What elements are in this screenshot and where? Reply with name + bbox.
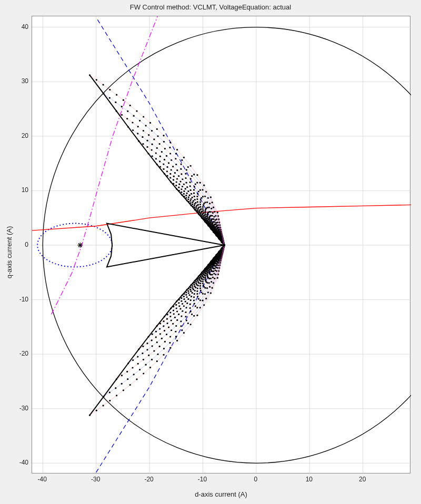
- svg-point-972: [199, 307, 201, 308]
- svg-point-996: [176, 149, 178, 150]
- svg-point-894: [175, 325, 177, 327]
- svg-point-662: [199, 204, 201, 205]
- svg-point-817: [159, 328, 161, 330]
- svg-point-774: [169, 316, 171, 317]
- svg-point-876: [161, 151, 163, 153]
- svg-point-847: [202, 293, 204, 295]
- svg-point-729: [185, 300, 186, 302]
- svg-point-786: [197, 193, 198, 195]
- svg-point-666: [189, 195, 191, 196]
- svg-point-920: [143, 130, 144, 132]
- svg-point-629: [181, 191, 182, 193]
- svg-point-882: [132, 129, 134, 131]
- svg-point-934: [181, 325, 182, 327]
- svg-point-857: [159, 333, 161, 335]
- svg-point-908: [207, 197, 209, 199]
- svg-point-641: [202, 280, 204, 282]
- svg-point-776: [163, 320, 164, 322]
- svg-point-685: [194, 290, 196, 291]
- svg-point-1025: [123, 389, 124, 391]
- svg-point-606: [189, 289, 191, 290]
- svg-point-1001: [143, 116, 144, 117]
- svg-point-871: [185, 173, 186, 175]
- svg-point-703: [199, 201, 201, 203]
- svg-point-688: [186, 296, 187, 298]
- figure: FW Control method: VCLMT, VoltageEquatio…: [0, 0, 421, 504]
- svg-point-983: [133, 374, 135, 375]
- svg-point-754: [166, 170, 168, 172]
- plot-svg: [32, 16, 410, 473]
- svg-point-733: [173, 309, 174, 311]
- svg-point-976: [175, 336, 177, 337]
- svg-point-914: [175, 158, 176, 159]
- svg-point-1008: [96, 79, 97, 80]
- ytick-label: 30: [22, 77, 28, 85]
- svg-point-645: [193, 289, 194, 290]
- svg-point-1000: [149, 122, 151, 124]
- svg-point-889: [199, 299, 201, 301]
- svg-point-818: [155, 331, 157, 332]
- svg-point-887: [209, 286, 210, 288]
- svg-point-713: [169, 177, 171, 178]
- svg-point-481: [198, 277, 200, 278]
- svg-point-785: [201, 197, 202, 199]
- svg-point-704: [196, 198, 198, 200]
- svg-point-945: [121, 375, 123, 376]
- svg-point-899: [152, 345, 153, 347]
- svg-point-999: [156, 128, 158, 130]
- svg-point-916: [164, 148, 166, 149]
- svg-point-578: [204, 212, 206, 214]
- svg-point-584: [192, 201, 193, 203]
- svg-point-665: [192, 197, 193, 198]
- ytick-label: 0: [25, 241, 28, 248]
- svg-point-831: [181, 173, 182, 175]
- svg-point-973: [193, 315, 195, 317]
- ytick-label: 10: [22, 186, 28, 194]
- svg-point-923: [126, 118, 128, 119]
- svg-point-744: [200, 199, 202, 200]
- svg-point-956: [169, 147, 171, 148]
- svg-point-642: [199, 283, 201, 284]
- svg-point-502: [195, 208, 197, 209]
- svg-point-783: [208, 207, 210, 208]
- svg-point-1029: [96, 410, 97, 411]
- svg-point-816: [163, 325, 164, 327]
- svg-point-874: [171, 159, 172, 161]
- svg-point-898: [156, 341, 158, 343]
- svg-point-939: [153, 350, 155, 351]
- svg-point-690: [181, 300, 182, 302]
- svg-point-951: [199, 182, 201, 184]
- svg-point-775: [166, 318, 168, 320]
- svg-point-836: [159, 156, 161, 157]
- svg-point-1013: [203, 304, 205, 306]
- svg-point-794: [166, 166, 168, 168]
- svg-point-648: [185, 294, 187, 296]
- svg-point-1027: [109, 400, 111, 401]
- svg-point-892: [185, 316, 186, 317]
- svg-point-750: [179, 180, 181, 182]
- svg-point-868: [199, 189, 201, 191]
- svg-point-671: [175, 185, 177, 186]
- svg-point-580: [200, 208, 202, 210]
- svg-point-891: [190, 311, 192, 313]
- svg-point-705: [194, 196, 195, 197]
- svg-point-982: [139, 369, 141, 370]
- svg-point-773: [173, 313, 175, 315]
- svg-point-958: [157, 135, 158, 137]
- svg-point-1005: [116, 94, 117, 96]
- svg-point-893: [180, 320, 182, 322]
- svg-point-875: [166, 155, 167, 157]
- svg-point-795: [163, 163, 164, 165]
- svg-point-1028: [102, 405, 104, 406]
- svg-point-912: [186, 169, 187, 170]
- svg-point-731: [178, 305, 180, 307]
- svg-point-668: [183, 190, 185, 192]
- svg-point-772: [176, 310, 178, 312]
- svg-point-890: [195, 305, 196, 307]
- svg-point-622: [197, 204, 199, 206]
- svg-point-762: [210, 278, 212, 279]
- svg-point-664: [194, 199, 196, 200]
- svg-point-924: [121, 114, 123, 116]
- svg-point-856: [164, 330, 165, 331]
- svg-point-624: [193, 200, 194, 201]
